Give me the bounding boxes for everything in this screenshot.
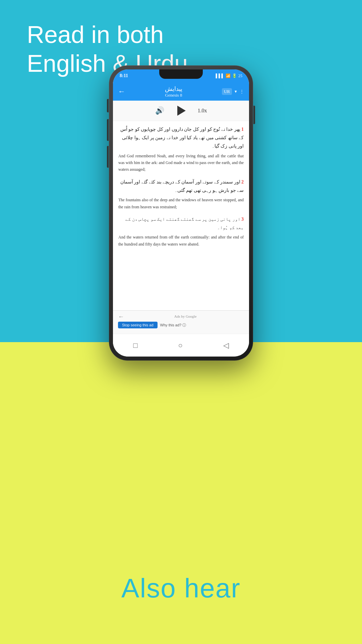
toolbar-title: پیدایش Genesis 8: [165, 85, 182, 98]
ads-label: Ads by Google: [127, 314, 244, 318]
app-toolbar: ← پیدایش Genesis 8 UR ▾ ⋮: [113, 82, 249, 101]
why-this-ad-button[interactable]: Why this ad? ⓘ: [160, 323, 186, 328]
toolbar-title-english: Genesis 8: [165, 93, 182, 98]
toolbar-title-urdu: پیدایش: [165, 85, 182, 93]
signal-icon: ▌▌▌: [216, 73, 224, 78]
stop-seeing-ad-button[interactable]: Stop seeing this ad: [118, 322, 158, 328]
verse-3-urdu: 3 اور پانی زمین پر سے گھنتے گھنتے ایک سو…: [118, 215, 244, 232]
verse-1-urdu: 1 پھر خدا نے نُوح کو اور کل جان داروں او…: [118, 125, 244, 151]
verse-number-3: 3: [241, 217, 244, 222]
power-button: [253, 106, 255, 124]
volume-down-button: [107, 146, 109, 168]
chevron-down-icon[interactable]: ▾: [235, 89, 237, 94]
playback-speed[interactable]: 1.0x: [198, 108, 207, 114]
status-time: 8:11: [120, 73, 128, 78]
phone-screen: 8:11 ▌▌▌ 📶 🔋 25 ← پیدایش Genesis 8: [113, 69, 249, 357]
battery-percent: 25: [238, 73, 242, 78]
also-hear-section: Also hear: [0, 573, 362, 604]
header-line1: Read in both: [27, 21, 164, 48]
verse-1-english: And God remembered Noah, and every livin…: [118, 153, 244, 173]
volume-icon[interactable]: 🔊: [155, 106, 164, 115]
wifi-icon: 📶: [226, 73, 231, 78]
verse-3-english: And the waters returned from off the ear…: [118, 234, 244, 248]
mute-button: [107, 99, 109, 112]
phone-outer-shell: 8:11 ▌▌▌ 📶 🔋 25 ← پیدایش Genesis 8: [109, 65, 253, 361]
verse-number-1: 1: [241, 127, 244, 132]
language-selector[interactable]: UR: [222, 88, 232, 95]
play-button[interactable]: [174, 104, 188, 117]
verse-2-urdu: 2 اور سمندر کے سوتے اور آسمان کے دریچے ب…: [118, 178, 244, 195]
menu-icon[interactable]: ⋮: [240, 89, 244, 94]
also-hear-text: Also hear: [121, 573, 241, 603]
audio-controls: 🔊 1.0x: [113, 101, 249, 121]
ads-buttons: Stop seeing this ad Why this ad? ⓘ: [118, 322, 244, 328]
nav-home-icon[interactable]: ○: [178, 341, 182, 350]
verse-number-2: 2: [241, 179, 244, 184]
nav-square-icon[interactable]: □: [133, 341, 137, 350]
battery-icon: 🔋: [232, 73, 237, 78]
nav-bar: □ ○ ◁: [113, 334, 249, 357]
nav-back-icon[interactable]: ◁: [223, 341, 229, 350]
status-icons: ▌▌▌ 📶 🔋 25: [216, 73, 242, 78]
ads-bar: ← Ads by Google Stop seeing this ad Why …: [113, 310, 249, 334]
background: Read in both English & Urdu 8:11 ▌▌▌ 📶 🔋: [0, 0, 362, 644]
play-triangle-icon: [177, 106, 186, 116]
toolbar-right: UR ▾ ⋮: [222, 88, 244, 95]
ads-back-icon[interactable]: ←: [118, 313, 124, 320]
phone-notch: [159, 69, 203, 79]
phone-mockup: 8:11 ▌▌▌ 📶 🔋 25 ← پیدایش Genesis 8: [109, 65, 253, 361]
back-button[interactable]: ←: [118, 87, 125, 96]
verse-2-english: The fountains also of the deep and the w…: [118, 197, 244, 210]
volume-up-button: [107, 119, 109, 141]
